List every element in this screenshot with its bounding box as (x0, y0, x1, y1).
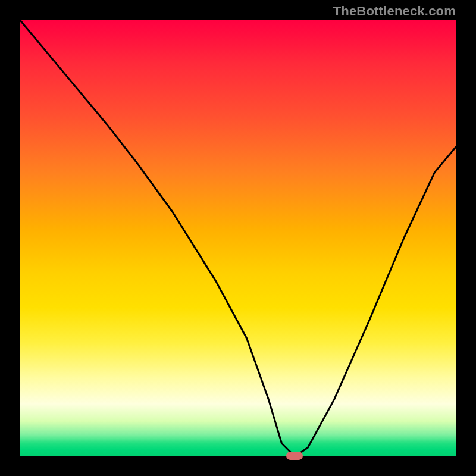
watermark-text: TheBottleneck.com (333, 4, 456, 19)
plot-area (20, 20, 456, 456)
bottleneck-curve (20, 20, 456, 456)
curve-svg (20, 20, 456, 456)
min-marker (286, 452, 303, 460)
chart-frame: TheBottleneck.com (0, 0, 476, 476)
